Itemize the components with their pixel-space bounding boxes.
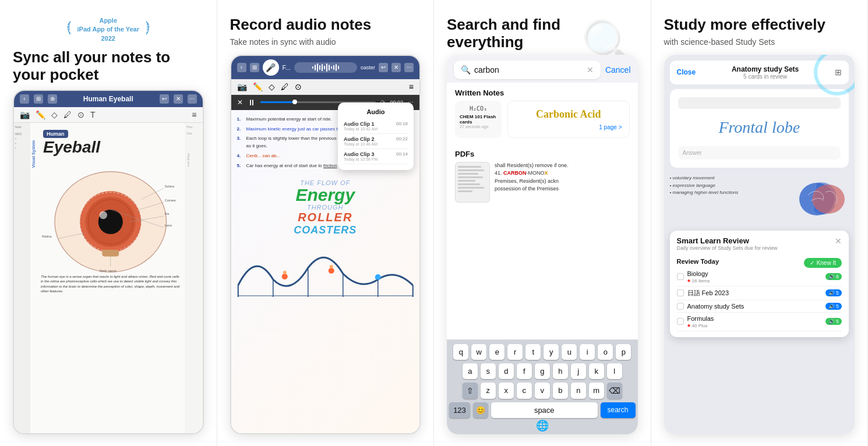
undo-icon: ↩ (160, 94, 169, 104)
key-v[interactable]: v (535, 383, 550, 399)
panel-study: Study more effectively with science-base… (651, 0, 869, 446)
grid-icon: ⊞ (34, 94, 43, 104)
key-d[interactable]: d (499, 363, 514, 379)
written-notes-header: Written Notes (447, 83, 638, 101)
art-roller-text: ROLLER (237, 211, 414, 224)
key-b[interactable]: b (553, 383, 568, 399)
pdf-text-content: shall Resident(s) remove if one. 41. CAR… (495, 162, 630, 193)
key-l[interactable]: l (607, 363, 622, 379)
smart-learn-header: Smart Learn Review Daily overview of Stu… (677, 236, 842, 256)
svg-point-6 (147, 29, 149, 30)
smart-learn-close[interactable]: ✕ (835, 236, 842, 246)
search-field[interactable]: 🔍 carbon ✕ (454, 61, 601, 79)
undo-icon-2: ↩ (379, 63, 388, 72)
key-y[interactable]: y (544, 344, 559, 360)
japanese-checkbox[interactable] (677, 289, 684, 296)
key-search[interactable]: search (601, 402, 636, 418)
panel-search: Search and find everything 🔍 🔍 carbon ✕ … (434, 0, 651, 446)
review-item-biology: Biology ● 26 Items 🔊6 (677, 268, 842, 286)
key-n[interactable]: n (571, 383, 586, 399)
formulas-checkbox[interactable] (677, 318, 684, 325)
key-i[interactable]: i (580, 344, 595, 360)
study-card-area: Close Anatomy study Sets 5 cards in revi… (664, 55, 855, 434)
more-icon: ··· (188, 94, 197, 104)
key-shift[interactable]: ⇧ (463, 383, 478, 399)
panel-sync-notes: Apple iPad App of the Year 2022 Sync all… (0, 0, 217, 446)
key-x[interactable]: x (499, 383, 514, 399)
tool-screenshot: 📷 (20, 110, 30, 119)
audio-popup-title: Audio (344, 108, 408, 115)
tool-lines: ≡ (192, 110, 196, 119)
toolbar-label: oaster (361, 65, 375, 70)
formula-display: H₂CO₃ (460, 105, 497, 112)
search-results: Written Notes H₂CO₃ CHEM 101 Flash cards… (447, 83, 638, 339)
biology-checkbox[interactable] (677, 273, 684, 280)
pdfs-section: PDFs (447, 144, 638, 203)
key-p[interactable]: p (616, 344, 631, 360)
key-t[interactable]: t (525, 344, 541, 360)
key-k[interactable]: k (589, 363, 604, 379)
art-through-text: THROUGH (237, 204, 414, 211)
flashcard-title: Anatomy study Sets (732, 65, 799, 73)
tool-eraser: ◇ (51, 110, 58, 119)
key-emoji[interactable]: 😊 (473, 402, 488, 418)
svg-point-30 (375, 274, 380, 280)
key-c[interactable]: c (517, 383, 532, 399)
audio-toolbar: ‹ ⊞ 🎤 F... (231, 56, 420, 79)
japanese-count: 🔊5 (825, 289, 842, 296)
phone-mockup-2: ‹ ⊞ 🎤 F... (230, 55, 421, 434)
svg-text:Cornea: Cornea (165, 199, 177, 202)
search-cancel-button[interactable]: Cancel (605, 65, 631, 75)
search-mockup: 🔍 carbon ✕ Cancel Written Notes H₂CO₃ CH… (447, 55, 638, 434)
key-q[interactable]: q (453, 344, 468, 360)
key-space[interactable]: space (491, 402, 598, 418)
key-z[interactable]: z (481, 383, 496, 399)
carbonic-acid-card[interactable]: Carbonic Acid 1 page > (507, 101, 630, 138)
keyboard-area: q w e r t y u i o p a s d f g h j k l (447, 339, 638, 434)
key-f[interactable]: f (517, 363, 532, 379)
key-o[interactable]: o (598, 344, 613, 360)
key-j[interactable]: j (571, 363, 586, 379)
answer-label-row: Answer (678, 146, 841, 160)
mic-button[interactable]: 🎤 (263, 59, 279, 76)
svg-rect-27 (102, 250, 119, 256)
key-g[interactable]: g (535, 363, 550, 379)
anatomy-checkbox[interactable] (677, 303, 684, 310)
study-mockup: Close Anatomy study Sets 5 cards in revi… (664, 55, 855, 434)
key-s[interactable]: s (481, 363, 496, 379)
key-u[interactable]: u (562, 344, 577, 360)
svg-point-31 (283, 271, 286, 274)
search-text: carbon (474, 65, 583, 75)
search-clear-button[interactable]: ✕ (587, 65, 594, 75)
smart-learn-popup: Smart Learn Review Daily overview of Stu… (670, 231, 849, 337)
panel-2-headline: Record audio notes (230, 16, 421, 34)
panel-2-subhead: Take notes in sync with audio (230, 37, 421, 47)
audio-sub-toolbar: 📷 ✏️ ◇ 🖊 ⊙ ≡ (231, 79, 420, 95)
tool-shapes: ⊙ (77, 110, 84, 119)
pdf-highlighted-carbon: CARBON (503, 170, 527, 176)
globe-key[interactable]: 🌐 (536, 419, 549, 432)
svg-point-2 (68, 29, 69, 30)
search-bar-row: 🔍 carbon ✕ Cancel (447, 55, 638, 83)
tool-text: T (90, 110, 96, 119)
knew-it-button[interactable]: ✓ Knew It (804, 258, 842, 268)
toolbar-title: Human Eyeball (62, 95, 155, 103)
tool-pencil: 🖊 (63, 110, 72, 119)
svg-point-29 (328, 268, 334, 274)
keyboard-row-2: a s d f g h j k l (449, 363, 636, 379)
flashcard-close-btn[interactable]: Close (677, 68, 696, 76)
art-coasters-text: COASTERS (237, 224, 414, 236)
written-note-card[interactable]: H₂CO₃ CHEM 101 Flash cards 27 seconds ag… (455, 101, 502, 138)
phone-mockup-1: ‹ ⊞ ⊕ Human Eyeball ↩ ✕ ··· 📷 ✏️ ◇ 🖊 ⊙ T… (13, 90, 204, 434)
key-123[interactable]: 123 (449, 402, 470, 418)
key-a[interactable]: a (463, 363, 478, 379)
key-backspace[interactable]: ⌫ (607, 383, 622, 399)
review-item-anatomy: Anatomy study Sets 🔊5 (677, 300, 842, 313)
svg-text:Retina: Retina (42, 235, 52, 238)
key-m[interactable]: m (589, 383, 604, 399)
svg-point-3 (68, 31, 70, 33)
key-r[interactable]: r (507, 344, 523, 360)
key-e[interactable]: e (489, 344, 504, 360)
key-w[interactable]: w (471, 344, 486, 360)
key-h[interactable]: h (553, 363, 568, 379)
